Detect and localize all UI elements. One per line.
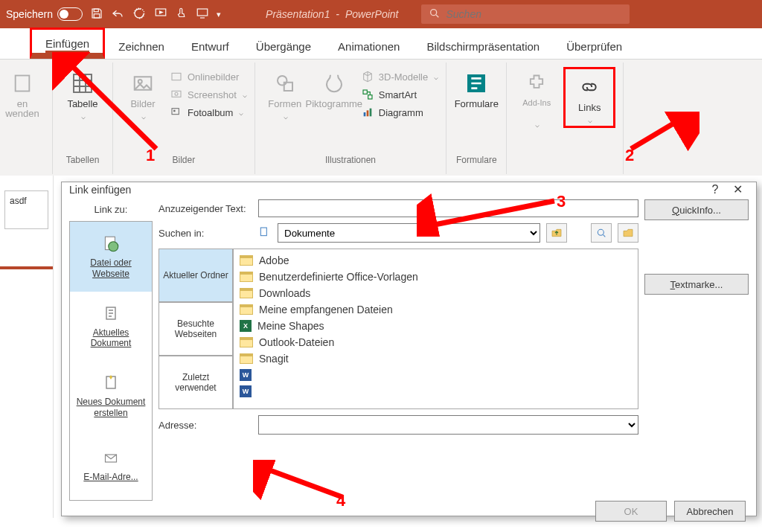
photoalbum-button[interactable]: Fotoalbum⌵ — [170, 106, 247, 119]
slide-thumb-text: asdf — [10, 196, 27, 206]
link-to-new-doc[interactable]: Neues Dokument erstellen — [70, 361, 152, 431]
address-label: Adresse: — [159, 420, 252, 431]
svg-rect-27 — [260, 228, 266, 236]
bookmark-button[interactable]: Textmarke... — [644, 274, 749, 295]
shapes-icon — [273, 71, 297, 95]
chevron-down-icon: ⌵ — [141, 112, 146, 121]
list-item[interactable]: Adobe — [235, 252, 636, 269]
tab-current-folder[interactable]: Aktueller Ordner — [159, 249, 233, 302]
tab-recent-files[interactable]: Zuletzt verwendet — [159, 356, 233, 409]
look-in-select[interactable]: Dokumente — [278, 223, 540, 243]
svg-point-23 — [109, 242, 118, 251]
3dmodels-button[interactable]: 3D-Modelle⌵ — [361, 70, 438, 83]
tab-browsed-pages[interactable]: Besuchte Webseiten — [159, 302, 233, 356]
title-bar: Speichern ▾ Präsentation1 - PowerPoint — [0, 0, 762, 28]
new-document-icon — [100, 373, 121, 394]
display-text-input[interactable] — [258, 199, 638, 217]
group-label — [564, 155, 566, 165]
group-label — [21, 155, 23, 165]
svg-rect-1 — [94, 13, 100, 17]
svg-rect-17 — [368, 95, 371, 99]
document-icon — [100, 304, 121, 324]
browse-file-button[interactable] — [618, 223, 638, 243]
svg-rect-19 — [366, 110, 368, 116]
picture-icon — [131, 71, 155, 95]
save-icon[interactable] — [90, 7, 103, 22]
dialog-titlebar: Link einfügen ? ✕ — [62, 182, 756, 196]
chevron-down-icon: ⌵ — [588, 116, 592, 124]
screenshot-button[interactable]: Screenshot⌵ — [170, 88, 247, 101]
cancel-button[interactable]: Abbrechen — [674, 501, 746, 522]
tab-draw[interactable]: Zeichnen — [105, 33, 178, 59]
address-combo[interactable] — [258, 415, 638, 435]
chart-button[interactable]: Diagramm — [361, 106, 438, 119]
images-button[interactable]: Bilder ⌵ — [121, 67, 165, 121]
undo-icon[interactable] — [111, 7, 124, 22]
list-item[interactable]: Benutzerdefinierte Office-Vorlagen — [235, 269, 636, 285]
list-item[interactable]: W — [235, 367, 636, 383]
addins-button[interactable]: Add-Ins ⌵ — [514, 67, 559, 129]
more-quick-access-icon[interactable] — [196, 7, 209, 22]
redo-icon[interactable] — [132, 7, 147, 22]
smartart-button[interactable]: SmartArt — [361, 88, 438, 101]
list-item[interactable]: Meine empfangenen Dateien — [235, 301, 636, 318]
list-item[interactable]: Downloads — [235, 285, 636, 301]
icons-button[interactable]: Piktogramme — [312, 67, 356, 109]
tab-slideshow[interactable]: Bildschirmpräsentation — [413, 33, 553, 59]
svg-rect-6 — [16, 76, 30, 92]
dropdown-caret-icon[interactable]: ▾ — [217, 10, 221, 19]
autosave-toggle[interactable]: Speichern — [6, 7, 83, 21]
chevron-down-icon: ⌵ — [284, 112, 288, 121]
link-to-email[interactable]: E-Mail-Adre... — [70, 431, 152, 501]
up-folder-button[interactable] — [546, 223, 567, 243]
search-icon — [429, 7, 441, 22]
list-item[interactable]: Snagit — [235, 350, 636, 367]
list-item[interactable]: XMeine Shapes — [235, 318, 636, 334]
online-images-button[interactable]: Onlinebilder — [170, 70, 247, 83]
close-button[interactable]: ✕ — [726, 182, 749, 196]
forms-icon — [464, 71, 488, 95]
slide-thumbnail[interactable]: asdf — [4, 190, 48, 229]
link-to-current-doc[interactable]: Aktuelles Dokument — [70, 292, 152, 362]
forms-button[interactable]: Formulare — [454, 67, 499, 109]
ribbon-insert: en wenden Tabelle ⌵ Tabellen Bilder ⌵ On… — [0, 60, 762, 176]
table-button[interactable]: Tabelle ⌵ — [60, 67, 105, 121]
folder-icon — [240, 337, 253, 347]
svg-point-28 — [598, 229, 603, 235]
touch-mode-icon[interactable] — [175, 7, 188, 22]
svg-rect-11 — [172, 91, 181, 97]
link-to-file-or-web[interactable]: Datei oder Webseite — [70, 222, 152, 292]
quick-access-toolbar: Speichern ▾ — [6, 7, 221, 22]
present-icon[interactable] — [154, 7, 167, 22]
search-box[interactable] — [421, 4, 630, 24]
svg-rect-10 — [172, 73, 181, 80]
table-icon — [71, 71, 95, 95]
search-input[interactable] — [446, 8, 622, 20]
display-text-label: Anzuzeigender Text: — [159, 203, 252, 214]
tab-design[interactable]: Entwurf — [178, 33, 243, 59]
reuse-slides-button[interactable]: en wenden — [0, 67, 45, 119]
tab-review[interactable]: Überprüfen — [553, 33, 635, 59]
tab-animations[interactable]: Animationen — [324, 33, 413, 59]
globe-page-icon — [100, 234, 121, 254]
tab-insert[interactable]: Einfügen — [30, 28, 105, 59]
ok-button[interactable]: OK — [595, 501, 667, 522]
quickinfo-button[interactable]: QuickInfo... — [644, 199, 749, 220]
link-to-header: Link zu: — [69, 199, 153, 221]
app-name: PowerPoint — [345, 8, 399, 20]
help-button[interactable]: ? — [704, 183, 726, 196]
envelope-icon — [100, 448, 121, 469]
svg-point-2 — [135, 9, 144, 18]
list-item[interactable]: W — [235, 383, 636, 400]
word-icon: W — [240, 369, 252, 381]
chevron-down-icon: ⌵ — [535, 121, 540, 129]
shapes-button[interactable]: Formen ⌵ — [263, 67, 307, 121]
folder-icon — [240, 353, 253, 364]
cube-icon — [361, 70, 374, 83]
file-list[interactable]: Adobe Benutzerdefinierte Office-Vorlagen… — [233, 249, 638, 409]
folder-icon — [240, 304, 253, 315]
links-button[interactable]: Links ⌵ — [567, 71, 612, 124]
list-item[interactable]: Outlook-Dateien — [235, 334, 636, 350]
browse-web-button[interactable] — [591, 223, 612, 243]
tab-transitions[interactable]: Übergänge — [243, 33, 324, 59]
